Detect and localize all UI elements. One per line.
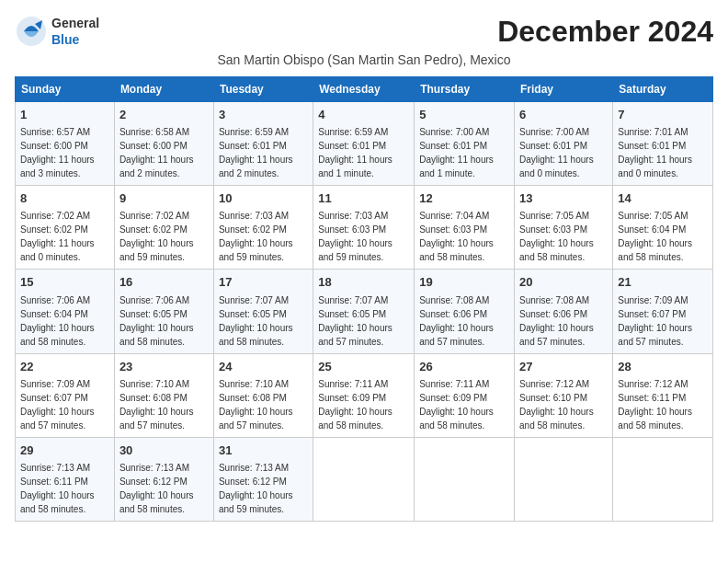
calendar-cell [313, 437, 415, 521]
day-info: Sunrise: 7:02 AMSunset: 6:02 PMDaylight:… [20, 211, 95, 262]
day-number: 27 [519, 359, 608, 375]
day-number: 18 [318, 274, 409, 291]
day-number: 19 [419, 274, 509, 291]
day-info: Sunrise: 7:02 AMSunset: 6:02 PMDaylight:… [119, 211, 194, 262]
calendar-cell: 28Sunrise: 7:12 AMSunset: 6:11 PMDayligh… [613, 353, 713, 437]
weekday-header: Saturday [613, 77, 713, 102]
calendar-week-row: 22Sunrise: 7:09 AMSunset: 6:07 PMDayligh… [16, 353, 713, 437]
day-info: Sunrise: 7:10 AMSunset: 6:08 PMDaylight:… [219, 379, 293, 431]
calendar-cell [613, 437, 713, 521]
day-info: Sunrise: 7:13 AMSunset: 6:12 PMDaylight:… [119, 463, 194, 514]
calendar-cell: 12Sunrise: 7:04 AMSunset: 6:03 PMDayligh… [415, 186, 515, 270]
day-info: Sunrise: 7:00 AMSunset: 6:01 PMDaylight:… [419, 127, 494, 178]
calendar-cell: 16Sunrise: 7:06 AMSunset: 6:05 PMDayligh… [114, 270, 213, 353]
day-info: Sunrise: 7:13 AMSunset: 6:12 PMDaylight:… [219, 463, 293, 514]
day-info: Sunrise: 6:58 AMSunset: 6:00 PMDaylight:… [119, 127, 194, 178]
day-number: 13 [519, 190, 608, 207]
day-number: 30 [119, 442, 209, 459]
calendar-cell: 29Sunrise: 7:13 AMSunset: 6:11 PMDayligh… [16, 437, 115, 521]
day-info: Sunrise: 6:57 AMSunset: 6:00 PMDaylight:… [20, 127, 95, 178]
logo-icon [15, 15, 48, 48]
day-number: 1 [20, 107, 109, 123]
day-number: 20 [519, 274, 608, 291]
weekday-header: Friday [515, 77, 613, 102]
weekday-header: Monday [114, 77, 213, 102]
calendar-cell: 2Sunrise: 6:58 AMSunset: 6:00 PMDaylight… [114, 102, 213, 186]
day-info: Sunrise: 7:12 AMSunset: 6:11 PMDaylight:… [618, 379, 692, 431]
logo: General Blue [15, 15, 99, 48]
day-number: 11 [318, 190, 409, 207]
day-number: 9 [119, 190, 209, 207]
subtitle: San Martin Obispo (San Martin San Pedro)… [15, 52, 713, 67]
day-number: 16 [119, 274, 209, 291]
day-number: 7 [618, 107, 708, 123]
weekday-header: Thursday [415, 77, 515, 102]
calendar-cell: 10Sunrise: 7:03 AMSunset: 6:02 PMDayligh… [213, 186, 313, 270]
day-number: 12 [419, 190, 509, 207]
calendar-cell: 30Sunrise: 7:13 AMSunset: 6:12 PMDayligh… [114, 437, 213, 521]
calendar-cell: 3Sunrise: 6:59 AMSunset: 6:01 PMDaylight… [213, 102, 313, 186]
calendar-week-row: 8Sunrise: 7:02 AMSunset: 6:02 PMDaylight… [16, 186, 713, 270]
calendar-cell: 31Sunrise: 7:13 AMSunset: 6:12 PMDayligh… [213, 437, 313, 521]
day-number: 26 [419, 359, 509, 375]
calendar-cell: 15Sunrise: 7:06 AMSunset: 6:04 PMDayligh… [16, 270, 115, 353]
calendar-cell [415, 437, 515, 521]
day-info: Sunrise: 7:09 AMSunset: 6:07 PMDaylight:… [20, 379, 95, 431]
day-number: 3 [219, 107, 308, 123]
calendar-cell: 4Sunrise: 6:59 AMSunset: 6:01 PMDaylight… [313, 102, 415, 186]
calendar-cell [515, 437, 613, 521]
weekday-header: Tuesday [213, 77, 313, 102]
logo-text-blue: Blue [51, 32, 79, 47]
day-number: 17 [219, 274, 308, 291]
day-info: Sunrise: 7:13 AMSunset: 6:11 PMDaylight:… [20, 463, 95, 514]
day-info: Sunrise: 7:04 AMSunset: 6:03 PMDaylight:… [419, 211, 494, 262]
day-info: Sunrise: 7:01 AMSunset: 6:01 PMDaylight:… [618, 127, 692, 178]
day-number: 23 [119, 359, 209, 375]
calendar-cell: 24Sunrise: 7:10 AMSunset: 6:08 PMDayligh… [213, 353, 313, 437]
day-info: Sunrise: 7:07 AMSunset: 6:05 PMDaylight:… [318, 295, 392, 347]
calendar-cell: 25Sunrise: 7:11 AMSunset: 6:09 PMDayligh… [313, 353, 415, 437]
calendar-cell: 8Sunrise: 7:02 AMSunset: 6:02 PMDaylight… [16, 186, 115, 270]
day-info: Sunrise: 7:03 AMSunset: 6:03 PMDaylight:… [318, 211, 392, 262]
logo-text-general: General [51, 16, 99, 30]
day-number: 10 [219, 190, 308, 207]
day-info: Sunrise: 6:59 AMSunset: 6:01 PMDaylight:… [318, 127, 392, 178]
day-info: Sunrise: 7:09 AMSunset: 6:07 PMDaylight:… [618, 295, 692, 347]
calendar-week-row: 29Sunrise: 7:13 AMSunset: 6:11 PMDayligh… [16, 437, 713, 521]
calendar-cell: 13Sunrise: 7:05 AMSunset: 6:03 PMDayligh… [515, 186, 613, 270]
day-number: 6 [519, 107, 608, 123]
day-number: 31 [219, 442, 308, 459]
day-info: Sunrise: 7:05 AMSunset: 6:03 PMDaylight:… [519, 211, 594, 262]
day-number: 5 [419, 107, 509, 123]
calendar-cell: 17Sunrise: 7:07 AMSunset: 6:05 PMDayligh… [213, 270, 313, 353]
day-number: 14 [618, 190, 708, 207]
calendar-cell: 7Sunrise: 7:01 AMSunset: 6:01 PMDaylight… [613, 102, 713, 186]
day-number: 22 [20, 359, 109, 375]
day-info: Sunrise: 7:06 AMSunset: 6:05 PMDaylight:… [119, 295, 194, 347]
day-info: Sunrise: 7:06 AMSunset: 6:04 PMDaylight:… [20, 295, 95, 347]
calendar-cell: 1Sunrise: 6:57 AMSunset: 6:00 PMDaylight… [16, 102, 115, 186]
calendar-week-row: 1Sunrise: 6:57 AMSunset: 6:00 PMDaylight… [16, 102, 713, 186]
day-info: Sunrise: 6:59 AMSunset: 6:01 PMDaylight:… [219, 127, 293, 178]
calendar-cell: 27Sunrise: 7:12 AMSunset: 6:10 PMDayligh… [515, 353, 613, 437]
day-number: 2 [119, 107, 209, 123]
day-number: 8 [20, 190, 109, 207]
calendar-cell: 6Sunrise: 7:00 AMSunset: 6:01 PMDaylight… [515, 102, 613, 186]
calendar-cell: 5Sunrise: 7:00 AMSunset: 6:01 PMDaylight… [415, 102, 515, 186]
day-info: Sunrise: 7:08 AMSunset: 6:06 PMDaylight:… [419, 295, 494, 347]
calendar-cell: 11Sunrise: 7:03 AMSunset: 6:03 PMDayligh… [313, 186, 415, 270]
calendar-cell: 18Sunrise: 7:07 AMSunset: 6:05 PMDayligh… [313, 270, 415, 353]
day-info: Sunrise: 7:12 AMSunset: 6:10 PMDaylight:… [519, 379, 594, 431]
page-title: December 2024 [497, 15, 713, 49]
calendar-week-row: 15Sunrise: 7:06 AMSunset: 6:04 PMDayligh… [16, 270, 713, 353]
calendar-cell: 22Sunrise: 7:09 AMSunset: 6:07 PMDayligh… [16, 353, 115, 437]
calendar-table: SundayMondayTuesdayWednesdayThursdayFrid… [15, 76, 713, 522]
calendar-cell: 23Sunrise: 7:10 AMSunset: 6:08 PMDayligh… [114, 353, 213, 437]
day-number: 15 [20, 274, 109, 291]
calendar-cell: 19Sunrise: 7:08 AMSunset: 6:06 PMDayligh… [415, 270, 515, 353]
weekday-header: Wednesday [313, 77, 415, 102]
calendar-cell: 21Sunrise: 7:09 AMSunset: 6:07 PMDayligh… [613, 270, 713, 353]
weekday-header: Sunday [16, 77, 115, 102]
calendar-cell: 20Sunrise: 7:08 AMSunset: 6:06 PMDayligh… [515, 270, 613, 353]
day-info: Sunrise: 7:08 AMSunset: 6:06 PMDaylight:… [519, 295, 594, 347]
